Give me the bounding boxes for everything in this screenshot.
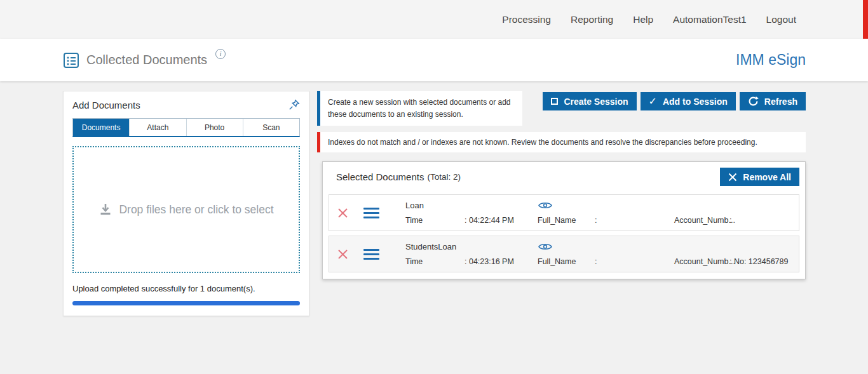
preview-eye-icon[interactable] <box>538 242 553 251</box>
add-documents-card: Add Documents Documents Attach Photo Sca… <box>63 91 309 316</box>
full-name-value: : <box>595 257 597 266</box>
index-warning-message: Indexes do not match and / or indexes ar… <box>317 132 806 152</box>
refresh-button[interactable]: Refresh <box>740 92 806 110</box>
red-accent-strip <box>863 0 868 39</box>
account-number-label: Account_Numb... <box>674 216 729 225</box>
add-documents-tabs: Documents Attach Photo Scan <box>72 118 300 137</box>
session-info-message: Create a new session with selected docum… <box>317 91 522 126</box>
session-column: Create a new session with selected docum… <box>317 91 806 279</box>
nav-item-help[interactable]: Help <box>633 14 653 25</box>
remove-document-icon[interactable] <box>337 208 348 218</box>
top-nav: Processing Reporting Help AutomationTest… <box>0 0 868 39</box>
refresh-label: Refresh <box>764 97 797 107</box>
account-number-label: Account_Numb... <box>674 257 729 266</box>
remove-all-label: Remove All <box>743 172 791 182</box>
nav-item-processing[interactable]: Processing <box>502 14 551 25</box>
time-label: Time <box>405 216 465 225</box>
tab-photo[interactable]: Photo <box>187 119 243 136</box>
selected-documents-total: (Total: 2) <box>427 172 461 182</box>
document-row: Loan Time : 04:22:44 PM <box>329 194 799 231</box>
remove-all-x-icon <box>728 173 737 182</box>
dropzone-label: Drop files here or click to select <box>119 203 273 217</box>
create-session-button[interactable]: Create Session <box>543 92 636 110</box>
create-session-label: Create Session <box>564 97 628 107</box>
check-icon: ✓ <box>649 97 657 107</box>
nav-item-user[interactable]: AutomationTest1 <box>673 14 746 25</box>
upload-progress-bar <box>72 301 300 305</box>
document-name: Loan <box>405 201 424 210</box>
brand-logo: IMM eSign <box>736 51 806 69</box>
page-title: Collected Documents <box>86 53 207 67</box>
tab-scan[interactable]: Scan <box>243 119 299 136</box>
refresh-icon <box>748 96 759 107</box>
pin-icon[interactable] <box>288 99 300 110</box>
session-buttons: Create Session ✓ Add to Session Refresh <box>543 92 806 110</box>
remove-all-button[interactable]: Remove All <box>720 168 799 186</box>
upload-icon <box>98 203 112 217</box>
time-value: : 04:22:44 PM <box>465 216 514 225</box>
document-name: StudentsLoan <box>405 242 456 251</box>
drag-handle-icon[interactable] <box>363 208 379 218</box>
file-dropzone[interactable]: Drop files here or click to select <box>72 146 300 273</box>
remove-document-icon[interactable] <box>337 249 348 260</box>
main-content: Add Documents Documents Attach Photo Sca… <box>0 81 868 374</box>
add-to-session-label: Add to Session <box>663 97 728 107</box>
nav-item-reporting[interactable]: Reporting <box>571 14 613 25</box>
selected-documents-panel: Selected Documents (Total: 2) Remove All <box>322 161 806 279</box>
time-label: Time <box>405 257 465 266</box>
tab-documents[interactable]: Documents <box>73 119 130 136</box>
square-icon <box>551 98 558 105</box>
collected-documents-icon <box>63 52 79 69</box>
drag-handle-icon[interactable] <box>363 249 379 260</box>
add-documents-title: Add Documents <box>72 100 140 110</box>
tab-attach[interactable]: Attach <box>130 119 186 136</box>
selected-documents-title: Selected Documents <box>336 171 424 182</box>
upload-status-text: Upload completed successfully for 1 docu… <box>72 284 300 293</box>
info-icon[interactable]: i <box>215 49 226 59</box>
document-row: StudentsLoan Time : 04:23:16 PM <box>329 236 799 272</box>
full-name-label: Full_Name <box>538 257 595 266</box>
time-value: : 04:23:16 PM <box>465 257 514 266</box>
full-name-label: Full_Name <box>538 216 595 225</box>
preview-eye-icon[interactable] <box>538 201 553 210</box>
account-number-value: : No: 123456789 <box>729 257 788 266</box>
nav-item-logout[interactable]: Logout <box>766 14 796 25</box>
app-header: Collected Documents i IMM eSign <box>0 39 868 81</box>
add-to-session-button[interactable]: ✓ Add to Session <box>641 92 736 110</box>
account-number-value: : <box>729 216 731 225</box>
full-name-value: : <box>595 216 597 225</box>
